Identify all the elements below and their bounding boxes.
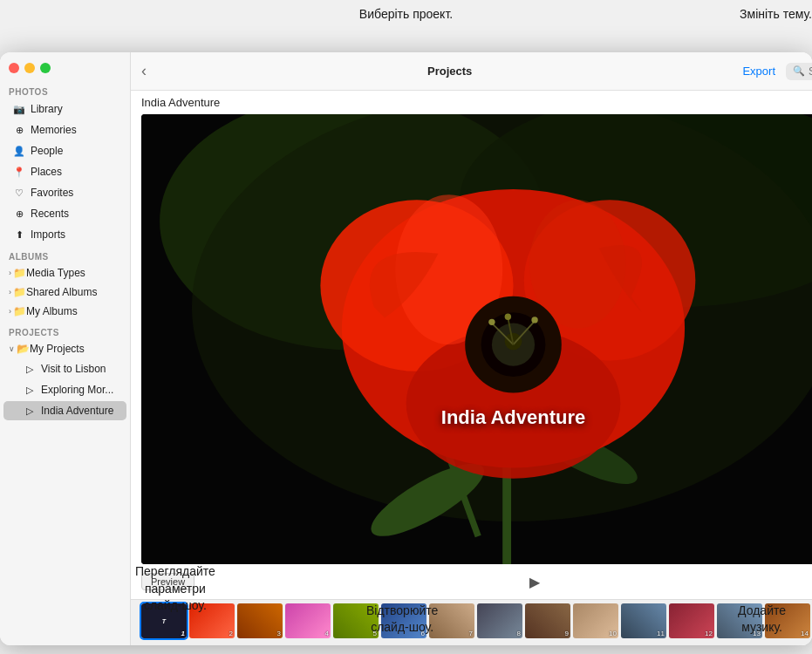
sidebar-item-label: Memories [31, 124, 77, 136]
thumb-number: 3 [277, 630, 281, 637]
export-button[interactable]: Export [742, 65, 775, 78]
memories-icon: ⊕ [12, 123, 26, 137]
thumbnail-6[interactable]: 6 [381, 603, 426, 638]
maximize-button[interactable] [40, 63, 51, 73]
sidebar-group-my-albums[interactable]: › 📁 My Albums [3, 303, 126, 320]
sidebar-item-label: Exploring Mor... [41, 384, 113, 396]
slideshow-overlay-title: India Adventure [441, 406, 585, 429]
thumbnail-8[interactable]: 8 [477, 603, 522, 638]
projects-section-label: Projects [0, 321, 130, 339]
library-icon: 📷 [12, 102, 26, 116]
toolbar: ‹ Projects Export 🔍 [131, 52, 812, 91]
thumb-number: 13 [753, 630, 761, 637]
chevron-right-icon: › [9, 307, 11, 316]
thumb-number: 1 [181, 630, 185, 637]
my-projects-icon: 📂 [17, 343, 30, 355]
sidebar-item-recents[interactable]: ⊕ Recents [3, 204, 126, 223]
annotation-top-center: Виберіть проект. [359, 7, 453, 21]
thumbnail-4[interactable]: 4 [285, 603, 331, 638]
play-button[interactable]: ▶ [522, 569, 547, 594]
imports-icon: ⬆ [12, 228, 26, 242]
sidebar-group-my-projects[interactable]: ∨ 📂 My Projects [3, 340, 126, 358]
thumbnail-5[interactable]: 5 [333, 603, 379, 638]
chevron-right-icon: › [9, 269, 11, 277]
recents-icon: ⊕ [12, 207, 26, 221]
sidebar-item-label: Recents [31, 208, 69, 220]
thumbnail-3[interactable]: 3 [237, 603, 283, 638]
thumb-number: 14 [801, 630, 809, 637]
sidebar-group-label: Media Types [26, 267, 85, 279]
thumbnail-14[interactable]: 14 [765, 603, 810, 638]
sidebar-item-label: Places [31, 166, 62, 178]
preview-button[interactable]: Preview [141, 573, 194, 590]
thumbnail-10[interactable]: 10 [573, 603, 618, 638]
sidebar-item-label: Visit to Lisbon [41, 363, 106, 375]
photo-preview: India Adventure [141, 114, 812, 564]
search-box[interactable]: 🔍 [786, 63, 812, 80]
thumbnail-2[interactable]: 2 [189, 603, 235, 638]
slideshow-icon: ▷ [23, 383, 37, 397]
sidebar-item-label: India Adventure [41, 405, 113, 417]
sidebar-group-shared-albums[interactable]: › 📁 Shared Albums [3, 283, 126, 301]
thumbnail-13[interactable]: 13 [717, 603, 762, 638]
sidebar-item-label: Favorites [31, 187, 73, 199]
thumb-number: 7 [469, 630, 473, 637]
sidebar-item-imports[interactable]: ⬆ Imports [3, 225, 126, 244]
slideshow-header: India Adventure 44 slides · 2:38m [131, 91, 812, 114]
annotation-top-right: Змініть тему. [740, 7, 812, 21]
sidebar-group-label: My Projects [30, 343, 85, 355]
thumb-number: 9 [565, 630, 569, 637]
window-controls [0, 52, 130, 80]
places-icon: 📍 [12, 165, 26, 179]
thumb-number: 2 [229, 630, 233, 637]
sidebar-item-exploring-mor[interactable]: ▷ Exploring Mor... [3, 380, 126, 399]
thumb-number: 8 [517, 630, 521, 637]
thumb-number: 10 [609, 630, 617, 637]
sidebar-group-media-types[interactable]: › 📁 Media Types [3, 264, 126, 282]
sidebar-item-places[interactable]: 📍 Places [3, 162, 126, 181]
sidebar-item-label: Imports [31, 228, 65, 241]
thumb-number: 11 [657, 630, 665, 637]
sidebar-item-memories[interactable]: ⊕ Memories [3, 120, 126, 140]
albums-section-label: Albums [0, 245, 130, 263]
photos-section-label: Photos [0, 80, 130, 99]
sidebar-item-visit-lisbon[interactable]: ▷ Visit to Lisbon [3, 359, 126, 378]
media-types-icon: 📁 [13, 267, 26, 279]
sidebar: Photos 📷 Library ⊕ Memories 👤 People 📍 P… [0, 52, 131, 645]
chevron-down-icon: ∨ [9, 344, 15, 353]
thumbnail-11[interactable]: 11 [621, 603, 666, 638]
back-button[interactable]: ‹ [141, 62, 147, 80]
thumb-number: 4 [325, 630, 329, 637]
poppy-image [141, 114, 812, 564]
thumbnail-9[interactable]: 9 [525, 603, 570, 638]
thumb-number: 6 [421, 630, 425, 637]
sidebar-group-label: Shared Albums [26, 286, 97, 298]
slideshow-icon: ▷ [23, 362, 37, 376]
sidebar-item-library[interactable]: 📷 Library [3, 99, 126, 119]
people-icon: 👤 [12, 144, 26, 158]
svg-point-22 [531, 317, 537, 323]
sidebar-item-label: Library [31, 103, 63, 115]
chevron-right-icon: › [9, 288, 11, 296]
svg-point-23 [505, 314, 511, 320]
slideshow-title: India Adventure [141, 96, 220, 109]
minimize-button[interactable] [24, 63, 35, 73]
close-button[interactable] [9, 63, 19, 73]
toolbar-title: Projects [157, 65, 742, 78]
my-albums-icon: 📁 [13, 305, 26, 317]
thumbnail-1[interactable]: T 1 [141, 603, 187, 638]
search-input[interactable] [809, 65, 812, 78]
main-content: ‹ Projects Export 🔍 India Adventure 44 s… [131, 52, 812, 645]
sidebar-item-india-adventure[interactable]: ▷ India Adventure [3, 401, 126, 420]
sidebar-item-people[interactable]: 👤 People [3, 141, 126, 160]
thumbnail-7[interactable]: 7 [429, 603, 474, 638]
thumbnail-12[interactable]: 12 [669, 603, 714, 638]
thumbnail-strip: T 1 2 3 4 5 6 7 8 [131, 599, 812, 645]
control-bar: Preview ▶ ↺ [131, 564, 812, 599]
sidebar-group-label: My Albums [26, 305, 78, 317]
slideshow-icon: ▷ [23, 404, 37, 418]
main-window: Photos 📷 Library ⊕ Memories 👤 People 📍 P… [0, 52, 812, 645]
search-icon: 🔍 [793, 65, 805, 77]
thumb-number: 12 [705, 630, 713, 637]
sidebar-item-favorites[interactable]: ♡ Favorites [3, 183, 126, 202]
